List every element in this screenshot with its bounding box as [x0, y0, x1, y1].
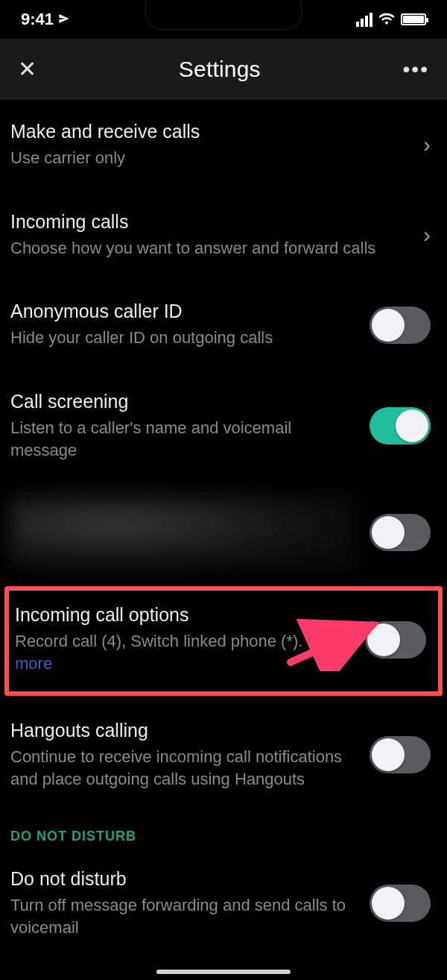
- toggle-incoming-call-options[interactable]: [365, 621, 426, 659]
- toggle-do-not-disturb[interactable]: [370, 885, 431, 922]
- chevron-right-icon: ›: [423, 134, 431, 156]
- row-subtitle: Use carrier only: [10, 147, 408, 169]
- row-hangouts-calling[interactable]: Hangouts calling Continue to receive inc…: [0, 699, 447, 811]
- status-right: [356, 10, 426, 29]
- notch: [145, 0, 302, 30]
- row-call-screening[interactable]: Call screening Listen to a caller's name…: [0, 370, 447, 482]
- row-anonymous-caller-id[interactable]: Anonymous caller ID Hide your caller ID …: [0, 280, 447, 370]
- more-icon[interactable]: •••: [403, 57, 429, 81]
- status-left: 9:41: [21, 10, 70, 29]
- row-make-receive-calls[interactable]: Make and receive calls Use carrier only …: [0, 100, 447, 190]
- battery-icon: [401, 13, 426, 25]
- toggle-anonymous-caller-id[interactable]: [370, 307, 431, 344]
- location-icon: [58, 10, 70, 29]
- toggle-hangouts-calling[interactable]: [370, 736, 431, 773]
- status-time: 9:41: [21, 10, 54, 29]
- close-icon[interactable]: ✕: [18, 58, 37, 81]
- row-subtitle: Turn off message forwarding and send cal…: [10, 894, 355, 938]
- row-incoming-call-options[interactable]: Incoming call options Record call (4), S…: [9, 591, 438, 691]
- row-title: Make and receive calls: [10, 121, 408, 142]
- toggle-call-screening[interactable]: [370, 407, 431, 445]
- row-subtitle: Continue to receive incoming call notifi…: [10, 746, 355, 790]
- home-indicator: [156, 970, 291, 974]
- row-redacted: [0, 482, 447, 583]
- section-header-dnd: DO NOT DISTURB: [0, 811, 447, 847]
- row-subtitle: Hide your caller ID on outgoing calls: [10, 327, 355, 349]
- row-title: Incoming call options: [15, 604, 350, 626]
- screen: 9:41 ✕ Settings ••• Make and receive cal…: [0, 0, 447, 980]
- row-subtitle: Record call (4), Switch linked phone (*)…: [15, 630, 350, 674]
- settings-list: Make and receive calls Use carrier only …: [0, 100, 447, 969]
- row-incoming-calls[interactable]: Incoming calls Choose how you want to an…: [0, 190, 447, 280]
- row-title: Anonymous caller ID: [10, 301, 355, 322]
- wifi-icon: [378, 10, 395, 29]
- highlight-box: Incoming call options Record call (4), S…: [4, 586, 443, 695]
- toggle-redacted[interactable]: [370, 514, 431, 551]
- row-title: Incoming calls: [10, 211, 408, 233]
- row-subtitle: Choose how you want to answer and forwar…: [10, 237, 408, 260]
- row-title: Do not disturb: [10, 868, 355, 890]
- row-subtitle: Listen to a caller's name and voicemail …: [10, 417, 355, 461]
- page-title: Settings: [179, 57, 261, 82]
- redacted-content: [10, 495, 355, 570]
- row-subtitle-text: Record call (4), Switch linked phone (*)…: [15, 632, 308, 650]
- row-do-not-disturb[interactable]: Do not disturb Turn off message forwardi…: [0, 847, 447, 968]
- chevron-right-icon: ›: [423, 224, 431, 246]
- header: ✕ Settings •••: [0, 39, 447, 100]
- row-title: Call screening: [10, 391, 355, 412]
- signal-icon: [356, 13, 372, 27]
- row-title: Hangouts calling: [10, 720, 355, 741]
